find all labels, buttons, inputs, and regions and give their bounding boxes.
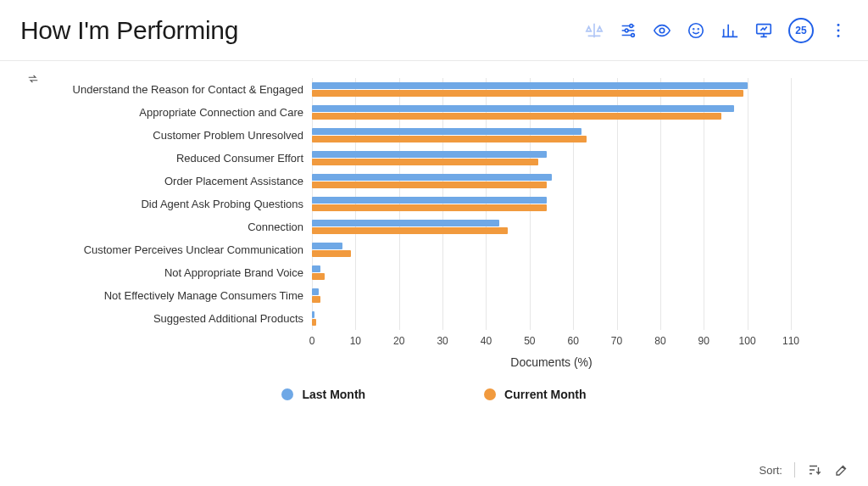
bar-row: [312, 261, 791, 284]
bar[interactable]: [312, 113, 721, 120]
plot-inner: [312, 78, 791, 330]
bar[interactable]: [312, 265, 320, 272]
balance-scale-icon[interactable]: [585, 21, 604, 40]
x-axis-tick: 70: [611, 335, 622, 347]
bar[interactable]: [312, 82, 748, 89]
bar[interactable]: [312, 182, 547, 188]
legend-item[interactable]: Last Month: [281, 388, 365, 401]
bar[interactable]: [312, 105, 734, 112]
y-axis-label: Not Appropriate Brand Voice: [24, 261, 312, 284]
legend: Last MonthCurrent Month: [24, 388, 844, 401]
svg-point-1: [625, 29, 628, 32]
svg-point-5: [693, 28, 694, 29]
y-axis-label: Understand the Reason for Contact & Enga…: [24, 78, 312, 101]
y-axis-label: Connection: [24, 215, 312, 238]
bar-row: [312, 215, 791, 238]
x-axis-tick: 60: [567, 335, 578, 347]
svg-point-0: [630, 24, 633, 27]
svg-point-6: [698, 28, 698, 29]
bar-row: [312, 284, 791, 307]
bar[interactable]: [312, 204, 547, 211]
bar-row: [312, 170, 791, 193]
bar[interactable]: [312, 288, 319, 295]
y-axis-label: Customer Problem Unresolved: [24, 124, 312, 147]
sliders-icon[interactable]: [619, 21, 637, 40]
svg-point-10: [837, 34, 840, 36]
x-axis-tick: 90: [698, 335, 709, 347]
bar[interactable]: [312, 90, 743, 97]
x-axis-tick: 30: [437, 335, 448, 347]
x-axis-row: 0102030405060708090100110: [24, 330, 844, 352]
bar[interactable]: [312, 220, 499, 226]
edit-icon[interactable]: [834, 462, 849, 478]
x-axis-tick: 10: [350, 335, 361, 347]
svg-point-8: [837, 24, 840, 26]
bar-row: [312, 78, 791, 101]
legend-label: Current Month: [504, 388, 586, 401]
sort-icon[interactable]: [807, 462, 822, 478]
chart-grid: Understand the Reason for Contact & Enga…: [24, 78, 844, 330]
x-axis-tick: 20: [393, 335, 404, 347]
bar[interactable]: [312, 151, 547, 158]
x-axis-tick: 110: [782, 335, 799, 347]
svg-point-3: [659, 28, 665, 33]
y-axis-label: Suggested Additional Products: [24, 307, 312, 330]
bar-row: [312, 193, 791, 215]
y-axis-label: Order Placement Assistance: [24, 170, 312, 193]
legend-item[interactable]: Current Month: [484, 388, 586, 401]
more-vertical-icon[interactable]: [829, 21, 848, 40]
bar[interactable]: [312, 273, 325, 280]
bar[interactable]: [312, 197, 547, 204]
eye-icon[interactable]: [653, 21, 671, 40]
bar[interactable]: [312, 250, 351, 257]
x-axis-tick: 100: [739, 335, 756, 347]
bar[interactable]: [312, 174, 552, 181]
x-axis-tick: 0: [309, 335, 315, 347]
count-badge[interactable]: 25: [788, 18, 814, 43]
bar[interactable]: [312, 136, 587, 142]
y-axis-label: Did Agent Ask Probing Questions: [24, 193, 312, 215]
gridline: [791, 78, 792, 330]
plot-area: [312, 78, 844, 330]
sort-label: Sort:: [760, 464, 782, 477]
presentation-icon[interactable]: [754, 21, 773, 40]
chart-container: Understand the Reason for Contact & Enga…: [0, 61, 868, 401]
y-axis-label: Appropriate Connection and Care: [24, 101, 312, 124]
bar[interactable]: [312, 128, 581, 135]
divider: [794, 462, 795, 478]
y-axis-label: Customer Perceives Unclear Communication: [24, 238, 312, 261]
bar[interactable]: [312, 159, 538, 165]
x-axis: 0102030405060708090100110: [312, 335, 791, 352]
bar-row: [312, 307, 791, 330]
x-axis-tick: 50: [524, 335, 535, 347]
x-axis-tick: 80: [654, 335, 665, 347]
bar[interactable]: [312, 311, 314, 318]
legend-label: Last Month: [302, 388, 365, 401]
toolbar: 25: [585, 18, 848, 43]
svg-point-4: [689, 23, 704, 37]
bar[interactable]: [312, 243, 342, 249]
y-axis-labels: Understand the Reason for Contact & Enga…: [24, 78, 312, 330]
y-axis-label: Reduced Consumer Effort: [24, 147, 312, 170]
bar-row: [312, 238, 791, 261]
footer-bar: Sort:: [760, 462, 849, 478]
header-bar: How I'm Performing 25: [0, 0, 868, 61]
smile-icon[interactable]: [687, 21, 705, 40]
bar-chart-icon[interactable]: [721, 21, 739, 40]
bar-row: [312, 147, 791, 170]
bar[interactable]: [312, 227, 508, 234]
x-axis-tick: 40: [481, 335, 492, 347]
legend-swatch: [281, 388, 293, 400]
bar[interactable]: [312, 296, 320, 303]
x-axis-title: Documents (%): [312, 355, 791, 369]
legend-swatch: [484, 388, 496, 400]
page-title: How I'm Performing: [20, 16, 238, 45]
bar[interactable]: [312, 319, 316, 326]
y-axis-label: Not Effectively Manage Consumers Time: [24, 284, 312, 307]
bar-row: [312, 124, 791, 147]
svg-point-9: [837, 29, 840, 31]
swap-axes-icon[interactable]: [27, 73, 39, 88]
bar-row: [312, 101, 791, 124]
svg-point-2: [632, 33, 635, 36]
